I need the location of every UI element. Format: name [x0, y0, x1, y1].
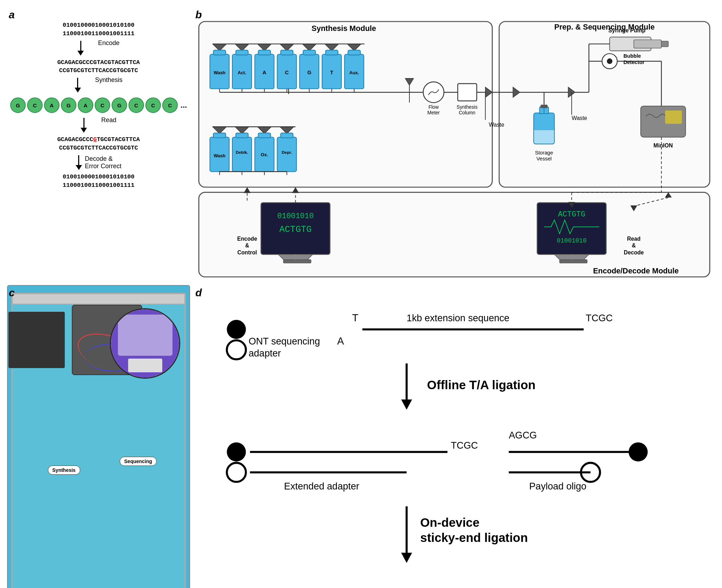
svg-rect-62 — [213, 133, 226, 138]
sequencing-callout-text: Sequencing — [124, 459, 152, 464]
syn-circle-A2: A — [78, 97, 93, 113]
syn-circle-G3: G — [112, 97, 127, 113]
svg-text:Vessel: Vessel — [536, 156, 552, 162]
svg-rect-68 — [258, 133, 270, 138]
panel-d-svg: ONT sequencing adapter T A 1kb extension… — [204, 289, 704, 588]
svg-text:T: T — [352, 312, 358, 323]
svg-text:ACTGTG: ACTGTG — [280, 225, 312, 235]
dna-read-error: G — [93, 136, 97, 143]
svg-rect-34 — [326, 50, 338, 55]
svg-text:Bubble: Bubble — [623, 53, 641, 59]
syn-circle-C3: C — [128, 97, 144, 113]
svg-text:A: A — [337, 335, 344, 347]
arrow-read — [81, 118, 87, 133]
svg-text:Syringe Pump: Syringe Pump — [608, 27, 645, 33]
svg-rect-19 — [213, 50, 226, 55]
ext-adapter-filled — [227, 442, 246, 461]
svg-text:Meter: Meter — [427, 110, 440, 115]
svg-rect-144 — [560, 260, 587, 263]
shelf-top — [13, 294, 184, 305]
svg-marker-134 — [292, 187, 299, 193]
ont-adapter-open — [227, 340, 246, 359]
synthesis-ellipsis: ... — [181, 101, 187, 110]
dna-read: GCAGACGCCCGTGCGTACGTTCA CCGTGCGTCTTCACCG… — [57, 135, 140, 152]
svg-text:Waste: Waste — [489, 122, 504, 128]
panel-c-label: c — [9, 287, 15, 299]
decode-label2: Error Correct — [85, 163, 121, 170]
svg-text:&: & — [245, 242, 249, 248]
svg-rect-1 — [499, 21, 710, 187]
svg-rect-28 — [281, 50, 293, 55]
dna-encoded: GCAGACGCCCGTACGTACGTTCA CCGTGCGTCTTCACCG… — [57, 58, 140, 75]
binary-top-line2: 11000100110001001111 — [63, 30, 134, 38]
syn-circle-C5: C — [162, 97, 178, 113]
svg-text:Synthesis: Synthesis — [457, 105, 478, 110]
svg-text:Control: Control — [237, 249, 257, 255]
svg-rect-124 — [665, 110, 682, 124]
synthesis-label: Synthesis — [95, 76, 123, 84]
svg-text:Wash: Wash — [214, 70, 226, 75]
svg-text:Wash: Wash — [214, 153, 226, 158]
dna-encoded-line2: CCGTGCGTCTTCACCGTGCGTC — [57, 67, 140, 75]
synthesis-circles: G C A G A C G C C C ... — [10, 97, 187, 113]
synthesis-module-title: Synthesis Module — [312, 24, 376, 33]
svg-rect-65 — [236, 133, 248, 138]
sequencing-callout: Sequencing — [120, 457, 157, 466]
dna-read-pre: GCAGACGCCC — [57, 136, 93, 143]
svg-text:&: & — [632, 242, 636, 248]
encode-decode-title: Encode/Decode Module — [593, 266, 679, 275]
svg-text:On-device: On-device — [420, 516, 479, 529]
lab-photo: Wash(ACN) Ox. Wash(ACN) — [7, 285, 190, 588]
svg-text:01001010: 01001010 — [557, 237, 587, 244]
svg-rect-37 — [348, 50, 360, 55]
dna-encoded-line1: GCAGACGCCCGTACGTACGTTCA — [57, 58, 140, 67]
panel-b-label: b — [195, 9, 202, 21]
svg-rect-71 — [281, 133, 293, 138]
panel-a-label: a — [9, 9, 15, 21]
binary-bottom: 01001000010001010100 1100010011000100111… — [63, 173, 134, 190]
binary-top-line1: 01001000010001010100 — [63, 21, 134, 30]
svg-text:Read: Read — [627, 236, 640, 242]
syn-circle-A: A — [44, 97, 59, 113]
svg-text:Decode: Decode — [624, 249, 644, 255]
svg-point-171 — [629, 442, 648, 461]
svg-rect-95 — [534, 113, 554, 144]
svg-text:Ox.: Ox. — [261, 152, 268, 157]
svg-text:adapter: adapter — [249, 348, 281, 359]
svg-text:ONT sequencing: ONT sequencing — [249, 336, 320, 347]
svg-rect-110 — [634, 40, 661, 48]
svg-text:Detector: Detector — [623, 59, 645, 65]
panel-b-content: Synthesis Module Prep. & Sequencing Modu… — [195, 9, 713, 280]
binary-bottom-line1: 01001000010001010100 — [63, 173, 134, 181]
panel-b-svg: Synthesis Module Prep. & Sequencing Modu… — [195, 19, 713, 280]
svg-text:Act.: Act. — [238, 70, 246, 75]
svg-text:C: C — [285, 70, 289, 75]
svg-rect-111 — [661, 41, 668, 47]
svg-text:Aux.: Aux. — [349, 70, 359, 75]
svg-rect-22 — [236, 50, 248, 55]
svg-text:Depr.: Depr. — [282, 150, 292, 154]
svg-text:Waste: Waste — [572, 115, 587, 121]
svg-text:MinION: MinION — [653, 143, 673, 148]
panel-d: d ONT sequencing adapter T A 1kb extensi… — [194, 285, 715, 588]
svg-marker-163 — [401, 399, 412, 410]
monitor-encode: 01001010 ACTGTG — [261, 203, 330, 263]
svg-text:1kb extension sequence: 1kb extension sequence — [407, 312, 509, 323]
dna-read-line1: GCAGACGCCCGTGCGTACGTTCA — [57, 135, 140, 144]
decode-label-group: Decode & Error Correct — [85, 155, 121, 170]
svg-text:Storage: Storage — [535, 150, 553, 156]
panel-a: a 01001000010001010100 11000100110001001… — [7, 7, 190, 282]
svg-text:Flow: Flow — [428, 105, 439, 110]
syn-circle-G2: G — [61, 97, 76, 113]
arrow-encode — [77, 41, 84, 56]
read-label: Read — [101, 116, 116, 124]
svg-text:01001010: 01001010 — [277, 212, 314, 220]
svg-text:AGCG: AGCG — [509, 430, 537, 441]
svg-text:G: G — [307, 70, 311, 75]
dna-read-post: TGCGTACGTTCA — [97, 136, 140, 143]
control-unit — [8, 312, 65, 368]
svg-text:A: A — [263, 70, 266, 75]
dna-read-line2: CCGTGCGTCTTCACCGTGCGTC — [57, 144, 140, 152]
syn-circle-G: G — [10, 97, 26, 113]
svg-point-116 — [607, 58, 613, 64]
